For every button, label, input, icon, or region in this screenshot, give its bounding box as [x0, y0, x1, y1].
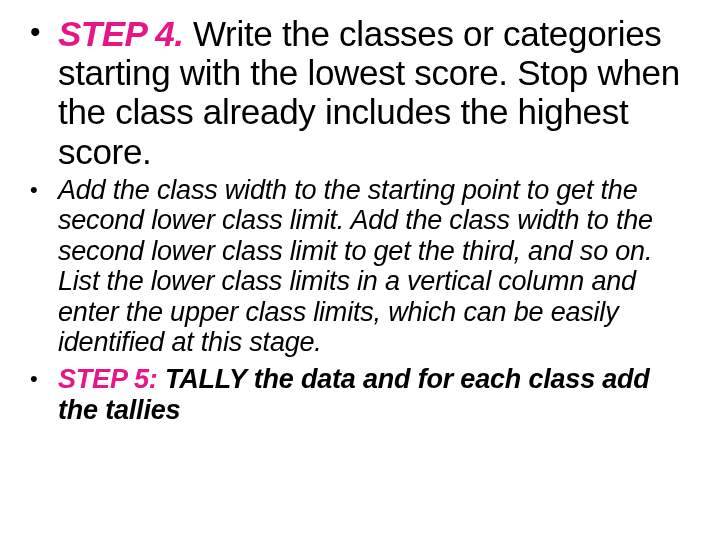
- bullet-dot-icon: •: [28, 364, 58, 394]
- bullet-dot-icon: •: [28, 175, 58, 205]
- step-5-label: STEP 5:: [58, 364, 158, 394]
- bullet-class-width-content: Add the class width to the starting poin…: [58, 175, 692, 358]
- step-4-label: STEP 4.: [58, 14, 184, 53]
- bullet-step-4: • STEP 4. Write the classes or categorie…: [28, 14, 692, 171]
- bullet-step-4-content: STEP 4. Write the classes or categories …: [58, 14, 692, 171]
- bullet-step-5: • STEP 5: TALLY the data and for each cl…: [28, 364, 692, 426]
- bullet-dot-icon: •: [28, 14, 58, 50]
- class-width-text: Add the class width to the starting poin…: [58, 175, 653, 358]
- bullet-step-5-content: STEP 5: TALLY the data and for each clas…: [58, 364, 692, 426]
- bullet-class-width: • Add the class width to the starting po…: [28, 175, 692, 358]
